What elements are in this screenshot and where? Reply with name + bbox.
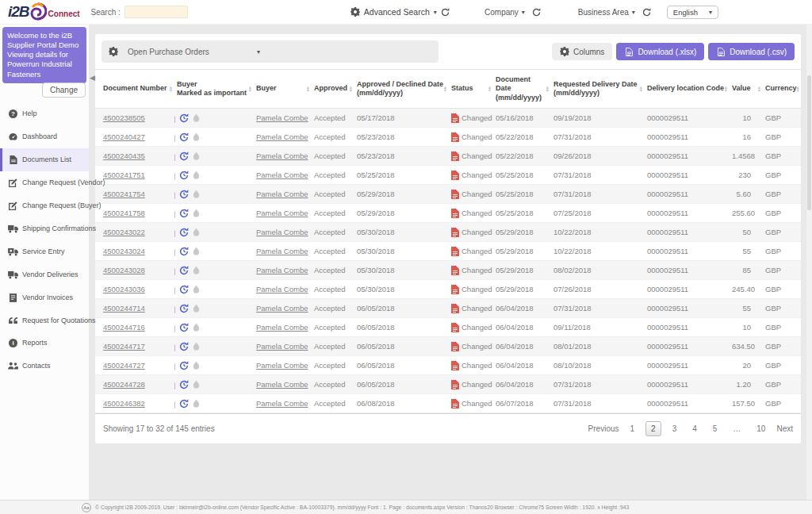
attachment-icon[interactable] xyxy=(174,113,176,123)
next-page-button[interactable]: Next xyxy=(776,424,793,433)
history-icon[interactable] xyxy=(178,341,189,351)
sidebar-item-dashboard[interactable]: Dashboard xyxy=(0,125,89,148)
search-input[interactable] xyxy=(124,6,188,18)
droplet-icon[interactable] xyxy=(191,170,201,180)
column-header-requested-delivery-date[interactable]: Requested Delivery Date (mm/dd/yyyy)▴▾ xyxy=(551,70,645,109)
refresh-icon[interactable] xyxy=(441,7,450,17)
history-icon[interactable] xyxy=(178,360,189,370)
app-logo[interactable]: i2B Connect xyxy=(8,2,80,21)
document-number-link[interactable]: 4500243022 xyxy=(103,228,145,236)
document-number-link[interactable]: 4500244728 xyxy=(103,380,145,389)
buyer-link[interactable]: Pamela Combe xyxy=(256,152,308,160)
sort-icon[interactable]: ▴▾ xyxy=(546,86,549,92)
document-number-link[interactable]: 4500238505 xyxy=(103,113,145,122)
buyer-link[interactable]: Pamela Combe xyxy=(256,132,308,141)
column-header-buyer[interactable]: Buyer▴▾ xyxy=(254,70,312,109)
history-icon[interactable] xyxy=(178,151,189,161)
buyer-link[interactable]: Pamela Combe xyxy=(256,380,308,389)
columns-button[interactable]: Columns xyxy=(552,43,612,60)
history-icon[interactable] xyxy=(178,246,189,256)
column-header-value[interactable]: Value▴▾ xyxy=(730,70,763,109)
document-number-link[interactable]: 4500241754 xyxy=(103,190,145,198)
vertical-scrollbar[interactable] xyxy=(806,25,812,500)
droplet-icon[interactable] xyxy=(191,189,201,199)
sidebar-item-contacts[interactable]: Contacts xyxy=(0,355,89,377)
previous-page-button[interactable]: Previous xyxy=(588,424,619,433)
sidebar-item-reports[interactable]: i Reports xyxy=(0,332,89,355)
sort-icon[interactable]: ▴▾ xyxy=(797,86,799,92)
company-dropdown[interactable]: Company ▾ xyxy=(485,8,525,17)
sort-icon[interactable]: ▴▾ xyxy=(249,86,251,92)
attachment-icon[interactable] xyxy=(174,227,176,237)
page-button-…[interactable]: … xyxy=(728,422,745,435)
sort-icon[interactable]: ▴▾ xyxy=(444,86,446,92)
sort-icon[interactable]: ▴▾ xyxy=(725,86,727,92)
buyer-link[interactable]: Pamela Combe xyxy=(256,190,308,198)
download-csv-button[interactable]: Download (.csv) xyxy=(708,43,795,60)
droplet-icon[interactable] xyxy=(191,284,201,294)
attachment-icon[interactable] xyxy=(174,398,176,409)
page-button-10[interactable]: 10 xyxy=(752,422,770,435)
attachment-icon[interactable] xyxy=(174,189,176,199)
sidebar-item-documents-list[interactable]: Documents List xyxy=(0,148,89,171)
sort-icon[interactable]: ▴▾ xyxy=(640,86,642,92)
buyer-link[interactable]: Pamela Combe xyxy=(256,304,308,313)
column-header-delivery-location-code[interactable]: Delivery location Code▴▾ xyxy=(645,70,730,109)
buyer-link[interactable]: Pamela Combe xyxy=(256,361,308,370)
history-icon[interactable] xyxy=(178,303,189,313)
buyer-link[interactable]: Pamela Combe xyxy=(256,285,308,293)
history-icon[interactable] xyxy=(178,132,189,142)
buyer-link[interactable]: Pamela Combe xyxy=(256,228,308,236)
page-button-3[interactable]: 3 xyxy=(668,422,682,435)
attachment-icon[interactable] xyxy=(174,284,176,294)
attachment-icon[interactable] xyxy=(174,379,176,389)
attachment-icon[interactable] xyxy=(174,208,176,218)
attachment-icon[interactable] xyxy=(174,341,176,351)
sidebar-item-vendor-deliveries[interactable]: Vendor Deliveries xyxy=(0,263,89,286)
buyer-link[interactable]: Pamela Combe xyxy=(256,342,308,351)
column-header-document-number[interactable]: Document Number▴▾ xyxy=(95,70,174,109)
droplet-icon[interactable] xyxy=(191,265,201,275)
droplet-icon[interactable] xyxy=(191,132,201,142)
font-size-toggle[interactable]: Aa xyxy=(82,503,91,512)
document-number-link[interactable]: 4500240427 xyxy=(103,132,145,141)
buyer-link[interactable]: Pamela Combe xyxy=(256,113,308,122)
sort-icon[interactable]: ▴▾ xyxy=(758,86,760,92)
download-xlsx-button[interactable]: Download (.xlsx) xyxy=(616,43,704,60)
history-icon[interactable] xyxy=(178,322,189,332)
droplet-icon[interactable] xyxy=(191,151,201,161)
column-header-buyer[interactable]: Buyer Marked as important▴▾ xyxy=(174,70,254,109)
scrollbar-thumb[interactable] xyxy=(807,75,811,210)
sidebar-item-request-for-quotations[interactable]: Request for Quotations xyxy=(0,309,89,332)
sidebar-item-shipping-confirmations[interactable]: Shipping Confirmations xyxy=(0,217,89,240)
refresh-icon[interactable] xyxy=(532,7,542,17)
buyer-link[interactable]: Pamela Combe xyxy=(256,266,308,274)
page-button-5[interactable]: 5 xyxy=(708,422,722,435)
document-number-link[interactable]: 4500240435 xyxy=(103,152,145,160)
attachment-icon[interactable] xyxy=(174,360,176,370)
document-number-link[interactable]: 4500241758 xyxy=(103,209,145,217)
document-number-link[interactable]: 4500243036 xyxy=(103,285,145,293)
document-number-link[interactable]: 4500244716 xyxy=(103,323,145,332)
page-button-1[interactable]: 1 xyxy=(626,422,640,435)
droplet-icon[interactable] xyxy=(191,208,201,218)
history-icon[interactable] xyxy=(178,170,189,180)
history-icon[interactable] xyxy=(178,265,189,275)
document-number-link[interactable]: 4500241751 xyxy=(103,171,145,179)
advanced-search-toggle[interactable]: Advanced Search ▾ xyxy=(350,7,450,17)
buyer-link[interactable]: Pamela Combe xyxy=(256,171,308,179)
droplet-icon[interactable] xyxy=(191,113,201,123)
refresh-icon[interactable] xyxy=(642,7,652,17)
droplet-icon[interactable] xyxy=(191,227,201,237)
sidebar-item-vendor-invoices[interactable]: Vendor Invoices xyxy=(0,286,89,309)
column-header-status[interactable]: Status▴▾ xyxy=(449,70,493,109)
document-number-link[interactable]: 4500246382 xyxy=(103,399,145,408)
history-icon[interactable] xyxy=(178,208,189,218)
history-icon[interactable] xyxy=(178,113,189,123)
buyer-link[interactable]: Pamela Combe xyxy=(256,399,308,408)
document-type-select[interactable]: Open Purchase Orders ▾ xyxy=(124,45,263,59)
document-number-link[interactable]: 4500244717 xyxy=(103,342,145,351)
history-icon[interactable] xyxy=(178,379,189,389)
attachment-icon[interactable] xyxy=(174,132,176,142)
sidebar-item-help[interactable]: ? Help xyxy=(0,102,89,125)
